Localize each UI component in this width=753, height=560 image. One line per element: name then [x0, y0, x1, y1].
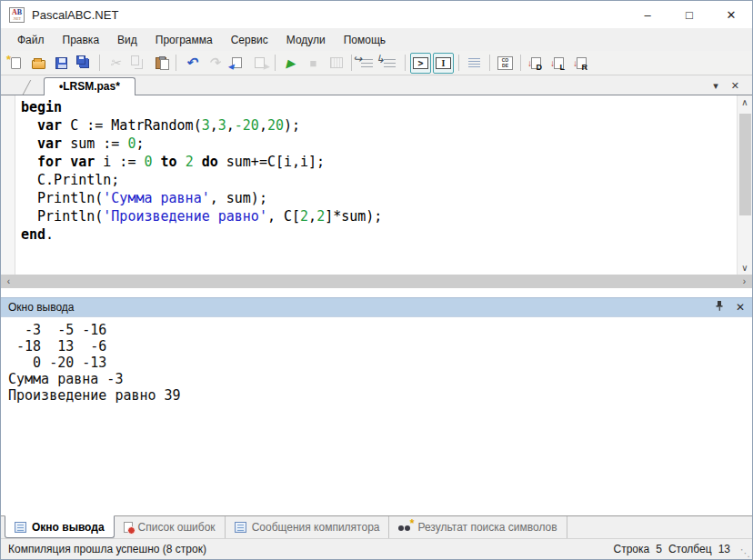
show-output-window-toggle[interactable] — [410, 53, 431, 74]
tab-output-window-label: Окно вывода — [32, 521, 105, 534]
resize-grip-icon[interactable]: ⋱ — [740, 548, 750, 558]
new-file-button[interactable] — [5, 53, 26, 74]
show-input-window-toggle[interactable] — [433, 53, 454, 74]
compiler-messages-icon — [235, 522, 246, 533]
editor-gutter — [1, 95, 15, 275]
menu-program[interactable]: Программа — [146, 28, 222, 51]
step-over-button[interactable] — [356, 53, 377, 74]
cut-button — [105, 53, 126, 74]
toolbar-separator — [99, 55, 100, 71]
step-over-icon — [361, 59, 373, 69]
scroll-right-icon[interactable]: › — [737, 275, 752, 288]
toolbar-separator — [275, 55, 276, 71]
maximize-button[interactable]: □ — [668, 1, 710, 28]
toolbar-separator — [489, 55, 490, 71]
snippet-r-icon — [577, 57, 587, 69]
menu-service[interactable]: Сервис — [222, 28, 277, 51]
menu-edit[interactable]: Правка — [54, 28, 109, 51]
window-title: PascalABC.NET — [32, 8, 118, 22]
code-snippets-icon — [497, 56, 513, 70]
insert-snippet-l-button[interactable] — [548, 53, 569, 74]
save-all-icon — [76, 55, 85, 65]
undo-icon — [186, 55, 197, 71]
tab-strip-slant-divider — [23, 80, 32, 95]
new-file-icon — [11, 57, 21, 69]
menu-file[interactable]: Файл — [8, 28, 54, 51]
minimize-button[interactable]: – — [627, 1, 668, 28]
compile-button — [326, 53, 346, 74]
editor-tab-label: •LRSM.pas* — [59, 80, 120, 93]
panel-splitter[interactable] — [1, 288, 752, 297]
run-button[interactable] — [280, 53, 301, 74]
step-into-icon — [384, 59, 396, 69]
paste-button[interactable] — [150, 53, 171, 74]
output-list-icon — [15, 522, 26, 533]
menu-view[interactable]: Вид — [108, 28, 146, 51]
code-line: begin — [21, 98, 737, 116]
format-code-icon — [468, 58, 480, 68]
editor-vertical-scrollbar[interactable]: ∧ ∨ — [737, 95, 752, 275]
output-text: -3 -5 -16 -18 13 -6 0 -20 -13 Сумма равн… — [1, 317, 752, 515]
code-snippets-button[interactable] — [495, 53, 516, 74]
compile-icon — [330, 57, 343, 68]
format-code-button[interactable] — [464, 53, 485, 74]
scroll-down-icon[interactable]: ∨ — [738, 261, 752, 275]
line-number: 5 — [656, 543, 662, 555]
output-panel-title: Окно вывода — [8, 301, 75, 314]
save-all-button[interactable] — [74, 53, 95, 74]
snippet-l-icon — [554, 57, 564, 69]
code-editor[interactable]: begin var C := MatrRandom(3,3,-20,20); v… — [15, 95, 737, 275]
output-close-icon[interactable]: ✕ — [736, 302, 745, 313]
paste-icon — [156, 57, 166, 69]
tab-compiler-messages-label: Сообщения компилятора — [252, 521, 380, 534]
navigate-forward-icon — [255, 57, 265, 68]
horizontal-scrollbar-track[interactable] — [16, 275, 737, 288]
tab-symbol-search-results[interactable]: Результат поиска символов — [389, 516, 567, 538]
cut-icon — [110, 55, 121, 71]
navigate-back-button[interactable] — [226, 53, 247, 74]
close-button[interactable]: ✕ — [710, 1, 752, 28]
code-line: var sum := 0; — [21, 135, 737, 153]
column-label: Столбец — [668, 543, 712, 555]
editor-horizontal-scrollbar[interactable]: ‹ › — [1, 275, 752, 288]
tab-close-icon[interactable]: ✕ — [731, 81, 739, 91]
tab-error-list[interactable]: Список ошибок — [115, 516, 226, 538]
tab-output-window[interactable]: Окно вывода — [5, 515, 115, 538]
app-logo-subtext: .NET — [13, 16, 21, 21]
save-icon — [55, 57, 67, 69]
window-controls: – □ ✕ — [627, 1, 752, 28]
toolbar-separator — [458, 55, 459, 71]
line-label: Строка — [614, 543, 650, 555]
tab-list-dropdown-icon[interactable]: ▾ — [713, 81, 718, 91]
menu-bar: ФайлПравкаВидПрограммаСервисМодулиПомощь — [1, 28, 752, 51]
code-editor-body: begin var C := MatrRandom(3,3,-20,20); v… — [1, 95, 752, 275]
insert-snippet-r-button[interactable] — [571, 53, 592, 74]
output-panel-header-buttons: ✕ — [715, 300, 745, 315]
insert-snippet-d-button[interactable] — [526, 53, 547, 74]
menu-help[interactable]: Помощь — [335, 28, 395, 51]
undo-button[interactable] — [181, 53, 202, 74]
pin-icon[interactable] — [715, 300, 725, 315]
output-panel-header: Окно вывода ✕ — [1, 297, 752, 317]
save-button[interactable] — [51, 53, 72, 74]
step-into-button[interactable] — [379, 53, 400, 74]
stop-icon — [310, 55, 317, 71]
toolbar-separator — [176, 55, 176, 71]
code-line: Println('Произведение равно', C[2,2]*sum… — [21, 207, 737, 225]
tab-compiler-messages[interactable]: Сообщения компилятора — [226, 516, 390, 538]
column-number: 13 — [718, 543, 730, 555]
open-file-button[interactable] — [28, 53, 49, 74]
vertical-scrollbar-thumb[interactable] — [739, 114, 751, 215]
code-editor-region: begin var C := MatrRandom(3,3,-20,20); v… — [1, 95, 752, 288]
input-window-icon — [436, 57, 451, 69]
pascalabc-window: AB .NET PascalABC.NET – □ ✕ ФайлПравкаВи… — [0, 0, 753, 560]
scroll-left-icon[interactable]: ‹ — [1, 275, 16, 288]
redo-icon — [208, 55, 220, 71]
toolbar-separator — [520, 55, 521, 71]
menu-modules[interactable]: Модули — [277, 28, 335, 51]
editor-tab-lrsm[interactable]: •LRSM.pas* — [44, 77, 136, 95]
toolbar — [1, 51, 752, 75]
scroll-up-icon[interactable]: ∧ — [738, 95, 752, 109]
output-panel: Окно вывода ✕ -3 -5 -16 -18 13 -6 0 -20 … — [1, 297, 752, 515]
navigate-forward-button — [249, 53, 270, 74]
